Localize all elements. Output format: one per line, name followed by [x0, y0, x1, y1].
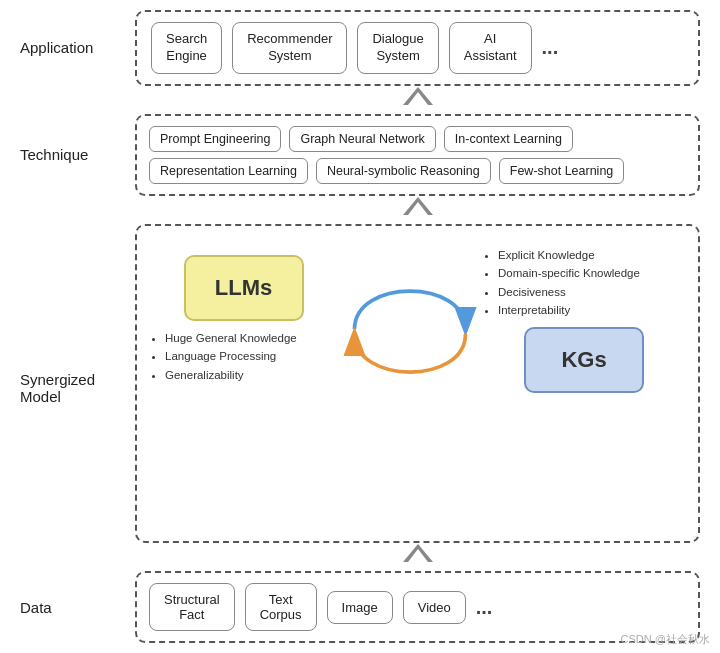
tech-prompt-engineering: Prompt Engineering — [149, 126, 281, 152]
llm-bullet-2: Language Processing — [165, 347, 297, 365]
llm-section: LLMs Huge General Knowledge Language Pro… — [151, 255, 336, 384]
main-container: Application SearchEngine RecommenderSyst… — [0, 0, 720, 653]
app-item-dialogue: DialogueSystem — [357, 22, 438, 74]
data-item-text-corpus: TextCorpus — [245, 583, 317, 631]
tech-few-shot: Few-shot Learning — [499, 158, 625, 184]
application-label: Application — [20, 39, 135, 56]
arrow-technique-synergized — [20, 196, 700, 224]
app-item-search: SearchEngine — [151, 22, 222, 74]
llm-box: LLMs — [184, 255, 304, 321]
technique-row2: Representation Learning Neural-symbolic … — [149, 158, 686, 184]
data-item-structural: StructuralFact — [149, 583, 235, 631]
synergized-row: Synergized Model LLMs Huge General Knowl… — [20, 224, 700, 543]
synergized-inner: LLMs Huge General Knowledge Language Pro… — [151, 238, 684, 402]
kg-section: Explicit Knowledge Domain-specific Knowl… — [484, 246, 684, 394]
data-label: Data — [20, 599, 135, 616]
llm-bullets: Huge General Knowledge Language Processi… — [151, 329, 297, 384]
data-ellipsis: ... — [476, 596, 493, 619]
tech-in-context: In-context Learning — [444, 126, 573, 152]
kg-bullet-3: Decisiveness — [498, 283, 640, 301]
kg-bullet-2: Domain-specific Knowledge — [498, 264, 640, 282]
technique-box: Prompt Engineering Graph Neural Network … — [135, 114, 700, 196]
technique-row1: Prompt Engineering Graph Neural Network … — [149, 126, 686, 152]
llm-bullet-1: Huge General Knowledge — [165, 329, 297, 347]
app-item-ai-assistant: AIAssistant — [449, 22, 532, 74]
application-box: SearchEngine RecommenderSystem DialogueS… — [135, 10, 700, 86]
data-row: Data StructuralFact TextCorpus Image Vid… — [20, 571, 700, 643]
kg-box: KGs — [524, 327, 644, 393]
kg-bullet-4: Interpretability — [498, 301, 640, 319]
technique-row: Technique Prompt Engineering Graph Neura… — [20, 114, 700, 196]
app-item-recommender: RecommenderSystem — [232, 22, 347, 74]
kg-bullets: Explicit Knowledge Domain-specific Knowl… — [484, 246, 640, 320]
app-ellipsis: ... — [542, 36, 559, 59]
up-arrow-icon — [403, 87, 433, 113]
arrows-area — [336, 255, 484, 385]
synergized-label: Synergized Model — [20, 361, 135, 405]
tech-neural-symbolic: Neural-symbolic Reasoning — [316, 158, 491, 184]
tech-representation: Representation Learning — [149, 158, 308, 184]
llm-bullet-3: Generalizability — [165, 366, 297, 384]
up-arrow-icon-2 — [403, 197, 433, 223]
data-item-image: Image — [327, 591, 393, 624]
arrow-app-technique — [20, 86, 700, 114]
tech-gnn: Graph Neural Network — [289, 126, 435, 152]
technique-label: Technique — [20, 146, 135, 163]
application-row: Application SearchEngine RecommenderSyst… — [20, 10, 700, 86]
watermark: CSDN @社会秋水 — [621, 632, 710, 647]
synergized-box: LLMs Huge General Knowledge Language Pro… — [135, 224, 700, 543]
up-arrow-icon-3 — [403, 544, 433, 570]
kg-bullet-1: Explicit Knowledge — [498, 246, 640, 264]
data-item-video: Video — [403, 591, 466, 624]
curved-arrows-svg — [336, 255, 484, 385]
arrow-synergized-data — [20, 543, 700, 571]
data-box: StructuralFact TextCorpus Image Video ..… — [135, 571, 700, 643]
